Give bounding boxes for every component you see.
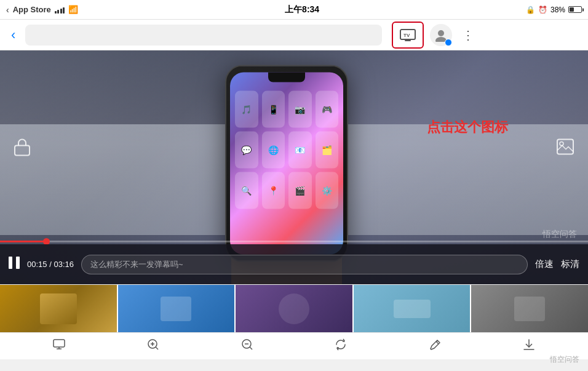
back-arrow-status: ‹ <box>6 5 9 15</box>
battery-fill <box>570 7 574 12</box>
battery-icon <box>568 6 582 13</box>
tv-cast-button[interactable]: TV <box>392 22 424 49</box>
time-elapsed: 00:15 <box>27 260 47 269</box>
app-store-label: App Store <box>13 5 51 14</box>
annotation-label: 点击这个图标 <box>427 118 508 137</box>
app-icon-1: 🎵 <box>235 91 258 128</box>
app-icon-5: 💬 <box>235 132 258 169</box>
app-icon-2: 📱 <box>262 91 285 128</box>
bottom-toolbar: 悟空问答 <box>0 332 588 359</box>
download-icon[interactable] <box>523 338 535 354</box>
signal-bars <box>55 6 65 14</box>
app-icon-7: 📧 <box>288 132 312 169</box>
url-bar[interactable] <box>25 25 382 46</box>
signal-bar-3 <box>60 9 62 14</box>
thumbnail-4[interactable] <box>354 285 472 332</box>
svg-point-8 <box>560 142 563 145</box>
app-icon-8: 🗂️ <box>316 132 339 169</box>
svg-rect-9 <box>9 257 12 269</box>
svg-line-21 <box>436 341 439 344</box>
video-player[interactable]: 🎵 📱 📷 🎮 💬 🌐 📧 🗂️ 🔍 📍 🎬 ⚙️ <box>0 50 588 284</box>
nav-bar: ‹ TV ⋮ <box>0 20 588 50</box>
svg-line-17 <box>156 347 158 349</box>
thumbnail-2[interactable] <box>118 285 236 332</box>
wifi-icon: 📶 <box>68 5 78 14</box>
svg-rect-7 <box>557 139 573 154</box>
speed-button[interactable]: 倍速 <box>535 258 554 270</box>
thumbnail-5[interactable] <box>471 285 588 332</box>
lock-status-icon: 🔒 <box>526 6 535 14</box>
thumbnail-1[interactable] <box>0 285 118 332</box>
signal-bar-1 <box>55 11 57 14</box>
svg-rect-11 <box>54 340 65 347</box>
danmaku-placeholder: 这么精彩不来一发弹幕吗~ <box>90 259 183 270</box>
app-icon-3: 📷 <box>288 91 312 128</box>
progress-fill <box>0 241 47 242</box>
app-icon-12: ⚙️ <box>316 172 339 209</box>
screen-lock-icon[interactable] <box>14 137 31 161</box>
video-time: 00:15 / 03:16 <box>27 260 74 269</box>
signal-bar-4 <box>63 7 65 14</box>
app-icon-10: 📍 <box>262 172 285 209</box>
svg-rect-10 <box>16 257 20 269</box>
signal-bar-2 <box>57 10 59 14</box>
status-bar: ‹ App Store 📶 上午8:34 🔒 ⏰ 38% <box>0 0 588 20</box>
back-button[interactable]: ‹ <box>7 25 19 46</box>
app-icon-4: 🎮 <box>316 91 339 128</box>
phone-screen: 🎵 📱 📷 🎮 💬 🌐 📧 🗂️ 🔍 📍 🎬 ⚙️ <box>230 73 343 255</box>
phone-display: 🎵 📱 📷 🎮 💬 🌐 📧 🗂️ 🔍 📍 🎬 ⚙️ <box>225 65 348 262</box>
pause-button[interactable] <box>9 257 20 272</box>
phone-notch <box>268 73 305 82</box>
app-icon-6: 🌐 <box>262 132 285 169</box>
zoom-out-icon[interactable] <box>241 338 253 354</box>
refresh-icon[interactable] <box>335 338 347 354</box>
video-controls: 00:15 / 03:16 这么精彩不来一发弹幕吗~ 倍速 标清 <box>0 244 588 284</box>
time-separator: / <box>49 260 52 269</box>
user-avatar-button[interactable] <box>430 24 452 46</box>
svg-text:TV: TV <box>403 33 410 38</box>
app-icon-9: 🔍 <box>235 172 258 209</box>
svg-line-20 <box>250 347 252 349</box>
user-badge <box>445 39 452 46</box>
status-time: 上午8:34 <box>285 4 319 15</box>
thumbnail-3[interactable] <box>236 285 354 332</box>
quality-button[interactable]: 标清 <box>561 258 579 270</box>
svg-rect-6 <box>15 145 30 155</box>
more-options-button[interactable]: ⋮ <box>458 25 479 45</box>
status-left: ‹ App Store 📶 <box>6 5 78 15</box>
video-progress-bar[interactable] <box>0 241 588 242</box>
status-right: 🔒 ⏰ 38% <box>526 6 582 14</box>
battery-percent: 38% <box>550 6 565 14</box>
edit-icon[interactable] <box>429 338 441 354</box>
zoom-in-icon[interactable] <box>147 338 159 354</box>
thumbnail-strip <box>0 284 588 332</box>
svg-point-4 <box>438 30 444 36</box>
bottom-watermark: 悟空问答 <box>550 354 579 365</box>
gallery-icon[interactable] <box>556 138 574 159</box>
tv-icon: TV <box>399 28 416 42</box>
watermark: 悟空问答 <box>542 229 577 240</box>
danmaku-input[interactable]: 这么精彩不来一发弹幕吗~ <box>81 255 528 274</box>
app-icon-11: 🎬 <box>288 172 312 209</box>
screen-icon[interactable] <box>53 339 65 353</box>
time-duration: 03:16 <box>54 260 74 269</box>
alarm-icon: ⏰ <box>538 6 547 14</box>
